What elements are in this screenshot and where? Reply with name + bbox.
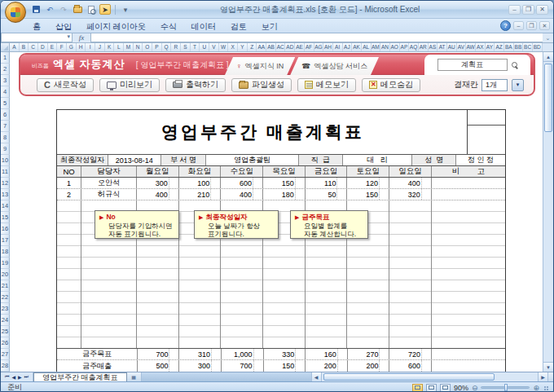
row-header-28[interactable]: 28 <box>1 360 10 372</box>
value-cell[interactable]: 1,000 <box>222 349 264 359</box>
value-cell[interactable]: 210 <box>179 189 222 200</box>
qat-dropdown-icon[interactable]: ▾ <box>120 4 131 15</box>
column-header-AE[interactable]: AE <box>295 43 305 51</box>
column-header-AM[interactable]: AM <box>372 43 381 51</box>
row-header-1[interactable]: 1 <box>1 52 10 64</box>
value-cell[interactable]: 50 <box>306 189 348 200</box>
column-header-BD[interactable]: BD <box>533 43 543 51</box>
column-header-Q[interactable]: Q <box>162 43 172 51</box>
column-header-AU[interactable]: AU <box>447 43 457 51</box>
search-icon[interactable] <box>512 62 518 68</box>
메모보기-button[interactable]: 메모보기 <box>297 78 356 92</box>
zoom-in-icon[interactable]: ⊕ <box>533 384 539 392</box>
column-header-AG[interactable]: AG <box>314 43 324 51</box>
value-cell[interactable]: 200 <box>306 360 348 372</box>
column-header-AZ[interactable]: AZ <box>495 43 504 51</box>
row-header-19[interactable]: 19 <box>1 258 10 269</box>
출력하기-button[interactable]: 출력하기 <box>165 78 226 92</box>
row-header-23[interactable]: 23 <box>1 303 10 315</box>
column-header-AP[interactable]: AP <box>400 43 410 51</box>
scroll-up-icon[interactable]: ▲ <box>543 52 553 62</box>
column-header-V[interactable]: V <box>209 43 219 51</box>
column-header-U[interactable]: U <box>200 43 209 51</box>
value-cell[interactable]: 720 <box>389 349 432 359</box>
last-sheet-icon[interactable]: ⏭ <box>24 374 29 380</box>
empty-cell[interactable] <box>389 200 432 348</box>
ribbon-tab-데이터[interactable]: 데이터 <box>184 20 223 33</box>
next-sheet-icon[interactable]: ▶ <box>18 374 22 380</box>
info-value[interactable]: 영업총괄팀 <box>206 155 299 165</box>
column-header-AV[interactable]: AV <box>457 43 467 51</box>
column-header-D[interactable]: D <box>38 43 48 51</box>
ribbon-tab-검토[interactable]: 검토 <box>223 20 254 33</box>
row-header-24[interactable]: 24 <box>1 315 10 326</box>
column-header-AJ[interactable]: AJ <box>343 43 353 51</box>
value-cell[interactable]: 180 <box>263 189 306 200</box>
help-icon[interactable]: ? <box>500 20 511 31</box>
column-header-T[interactable]: T <box>191 43 200 51</box>
column-header-AT[interactable]: AT <box>437 43 447 51</box>
scroll-down-icon[interactable]: ▼ <box>543 362 553 372</box>
zoom-slider-thumb[interactable] <box>504 384 508 391</box>
value-cell[interactable]: 500 <box>138 360 180 372</box>
column-header-H[interactable]: H <box>77 43 86 51</box>
value-cell[interactable]: 120 <box>347 178 389 188</box>
column-header-AO[interactable]: AO <box>390 43 400 51</box>
addin-tab-엑셀상담 서비스[interactable]: ☎엑셀상담 서비스 <box>290 57 379 75</box>
row-header-20[interactable]: 20 <box>1 269 10 280</box>
zoom-slider[interactable] <box>481 386 530 389</box>
column-header-W[interactable]: W <box>219 43 229 51</box>
row-header-11[interactable]: 11 <box>1 166 10 178</box>
row-header-16[interactable]: 16 <box>1 223 10 235</box>
row-header-25[interactable]: 25 <box>1 326 10 337</box>
row-header-26[interactable]: 26 <box>1 337 10 349</box>
row-header-21[interactable]: 21 <box>1 280 10 292</box>
column-header-AC[interactable]: AC <box>276 43 286 51</box>
value-cell[interactable]: 110 <box>306 178 348 188</box>
value-cell[interactable]: 330 <box>264 349 306 359</box>
column-header-S[interactable]: S <box>181 43 191 51</box>
column-header-AA[interactable]: AA <box>257 43 266 51</box>
ribbon-tab-삽입[interactable]: 삽입 <box>48 20 79 33</box>
row-header-4[interactable]: 4 <box>1 86 10 98</box>
column-header-B[interactable]: B <box>20 43 29 51</box>
scroll-left-icon[interactable]: ◀ <box>312 372 322 381</box>
tab-split-handle[interactable] <box>547 372 553 381</box>
name-cell[interactable]: 오안석 <box>81 178 137 188</box>
first-sheet-icon[interactable]: ⏮ <box>5 374 9 380</box>
column-header-P[interactable]: P <box>152 43 162 51</box>
info-value[interactable]: 정 인 정 <box>456 155 505 165</box>
print-preview-icon[interactable] <box>86 4 97 15</box>
column-header-AD[interactable]: AD <box>285 43 295 51</box>
formula-bar-expand-icon[interactable]: ⌄ <box>543 33 553 42</box>
column-header-N[interactable]: N <box>134 43 143 51</box>
column-header-F[interactable]: F <box>57 43 67 51</box>
note-cell[interactable] <box>432 189 505 200</box>
column-header-J[interactable]: J <box>95 43 105 51</box>
row-header-5[interactable]: 5 <box>1 98 10 109</box>
column-header-AX[interactable]: AX <box>476 43 486 51</box>
column-header-AL[interactable]: AL <box>362 43 372 51</box>
prev-sheet-icon[interactable]: ◀ <box>11 374 15 380</box>
no-cell[interactable]: 2 <box>57 189 81 200</box>
row-header-27[interactable]: 27 <box>1 349 10 360</box>
column-header-AR[interactable]: AR <box>419 43 429 51</box>
empty-cell[interactable] <box>57 200 81 348</box>
value-cell[interactable]: 320 <box>389 189 432 200</box>
resize-grip[interactable] <box>543 385 549 391</box>
row-header-7[interactable]: 7 <box>1 121 10 132</box>
메모숨김-button[interactable]: 메모숨김 <box>362 78 420 92</box>
미리보기-button[interactable]: 미리보기 <box>99 78 160 92</box>
column-header-AK[interactable]: AK <box>352 43 362 51</box>
scroll-right-icon[interactable]: ▶ <box>538 372 547 381</box>
workbook-close-button[interactable]: ✕ <box>539 21 550 30</box>
redo-icon[interactable]: ↷ <box>58 4 69 15</box>
ribbon-tab-보기[interactable]: 보기 <box>254 20 285 33</box>
restore-button[interactable]: ❐ <box>522 5 534 15</box>
name-cell[interactable]: 허규식 <box>81 189 137 200</box>
sheet-tab-active[interactable]: 영업부주간 매출계획표 <box>33 372 127 381</box>
column-header-E[interactable]: E <box>48 43 58 51</box>
column-header-AF[interactable]: AF <box>305 43 314 51</box>
column-header-X[interactable]: X <box>228 43 238 51</box>
normal-view-icon[interactable] <box>412 384 423 392</box>
